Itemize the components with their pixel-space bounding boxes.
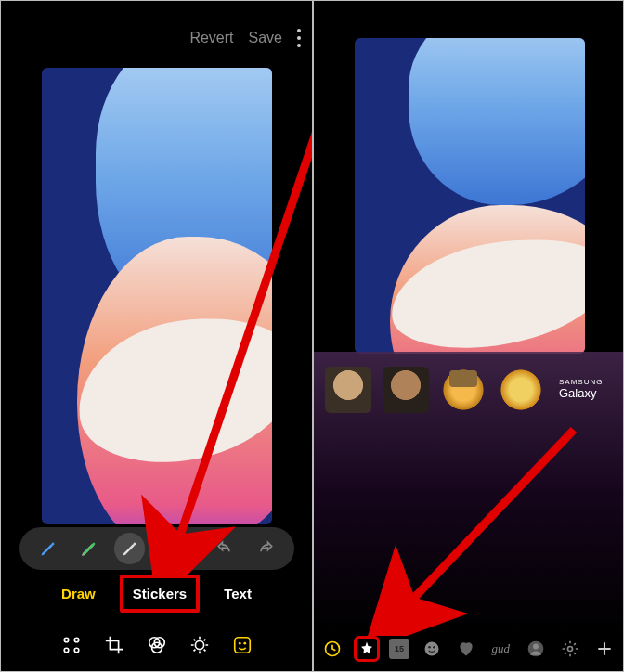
image-preview[interactable]: [355, 38, 585, 354]
editor-screen-stickers: SAMSUNG Galaxy 15 gud: [312, 0, 624, 672]
category-heart-icon[interactable]: [453, 636, 478, 662]
category-date-icon[interactable]: 15: [389, 639, 410, 659]
toolbar-divider: [197, 536, 198, 562]
decorate-icon[interactable]: [229, 632, 255, 658]
svg-point-13: [424, 642, 438, 656]
svg-point-10: [243, 642, 246, 645]
category-text-icon[interactable]: gud: [488, 636, 514, 662]
tab-stickers[interactable]: Stickers: [120, 575, 200, 613]
save-button[interactable]: Save: [249, 30, 282, 46]
editor-bottom-nav: [1, 632, 312, 658]
pen-tool-green[interactable]: [73, 533, 105, 564]
svg-point-14: [428, 646, 431, 649]
category-add-icon[interactable]: [592, 636, 618, 662]
crop-icon[interactable]: [101, 632, 127, 658]
mode-tabs: Draw Stickers Text: [1, 575, 312, 613]
sticker-picker-panel: SAMSUNG Galaxy: [314, 352, 623, 630]
svg-point-15: [433, 646, 436, 649]
svg-point-9: [238, 642, 240, 645]
sticker-category-bar: 15 gud: [314, 636, 623, 662]
svg-point-18: [567, 647, 572, 652]
svg-point-3: [74, 648, 79, 653]
sticker-item-galaxy-logo[interactable]: SAMSUNG Galaxy: [559, 379, 603, 400]
category-gallery-icon[interactable]: [354, 636, 380, 662]
eraser-tool[interactable]: [154, 533, 186, 564]
model-label: Galaxy: [559, 387, 603, 400]
sticker-item[interactable]: [440, 367, 487, 413]
svg-point-0: [64, 638, 69, 642]
pen-tool-selected[interactable]: [114, 533, 146, 564]
editor-screen-draw: Revert Save Draw Stickers: [0, 0, 312, 672]
category-recent-icon[interactable]: [319, 636, 344, 662]
tab-text[interactable]: Text: [216, 581, 259, 606]
svg-rect-8: [234, 638, 250, 653]
svg-point-1: [74, 638, 79, 642]
image-preview[interactable]: [42, 68, 272, 524]
category-settings-icon[interactable]: [557, 636, 582, 662]
filters-icon[interactable]: [144, 632, 170, 658]
undo-button[interactable]: [209, 533, 240, 564]
date-number: 15: [395, 645, 404, 653]
more-options-icon[interactable]: [297, 29, 301, 47]
svg-point-2: [64, 648, 69, 653]
revert-button[interactable]: Revert: [189, 30, 233, 46]
category-emoji-icon[interactable]: [419, 636, 444, 662]
drawing-toolbar: [20, 527, 294, 570]
sticker-row: SAMSUNG Galaxy: [314, 352, 623, 413]
svg-point-7: [195, 640, 203, 649]
sticker-item[interactable]: [325, 367, 371, 413]
category-avatar-icon[interactable]: [523, 636, 548, 662]
sticker-item[interactable]: [498, 367, 544, 413]
pen-tool-blue[interactable]: [32, 533, 64, 564]
tab-draw[interactable]: Draw: [54, 581, 103, 606]
redo-button[interactable]: [250, 533, 281, 564]
transform-icon[interactable]: [58, 632, 84, 658]
adjust-icon[interactable]: [187, 632, 213, 658]
top-bar: Revert Save: [189, 29, 301, 47]
sticker-item[interactable]: [383, 367, 429, 413]
svg-point-17: [533, 644, 539, 650]
